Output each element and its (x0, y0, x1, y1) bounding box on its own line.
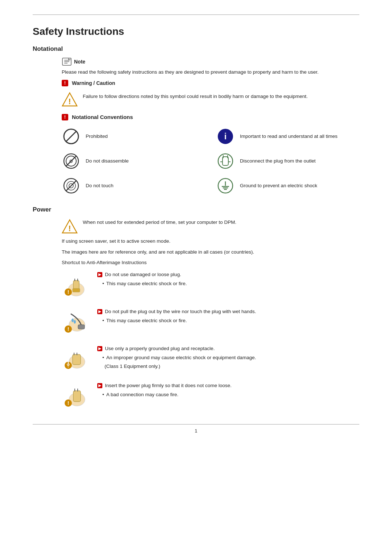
power-reference-text: The images here are for reference only, … (62, 248, 359, 256)
note-icon (62, 58, 72, 66)
svg-text:!: ! (68, 224, 71, 233)
power-item-1-header-text: Do not use damaged or loose plug. (105, 271, 181, 278)
power-item-3-bullet-text-1: An improper ground may cause electric sh… (106, 354, 256, 361)
power-item-3-content: ▶ Use only a properly grounded plug and … (97, 344, 359, 370)
convention-no-disassemble-label: Do not disassemble (86, 157, 129, 165)
ground-icon (216, 176, 235, 195)
power-item-4-image: ! (62, 381, 91, 410)
convention-ground: Ground to prevent an electric shock (216, 176, 359, 195)
power-dpm-text: When not used for extended period of tim… (83, 218, 236, 226)
warning-triangle-icon: ! (62, 91, 78, 107)
power-item-4-warning-icon: ▶ (97, 383, 102, 388)
svg-text:i: i (224, 131, 227, 141)
svg-text:!: ! (68, 97, 71, 106)
bullet-dot-3a: • (102, 354, 104, 361)
power-item-3-image (62, 344, 91, 373)
power-item-2-content: ▶ Do not pull the plug out by the wire n… (97, 307, 359, 325)
svg-rect-45 (73, 354, 81, 365)
svg-rect-39 (78, 325, 85, 329)
disconnect-plug-icon (216, 152, 235, 171)
power-item-2-header: ▶ Do not pull the plug out by the wire n… (97, 308, 359, 315)
notational-conv-icon: ! (62, 114, 68, 120)
top-rule (33, 15, 359, 15)
convention-disconnect-plug: Disconnect the plug from the outlet (216, 152, 359, 171)
note-label: Note (74, 59, 85, 65)
note-row: Note (62, 58, 359, 66)
power-section: Power ! When not used for extended perio… (33, 206, 359, 410)
page-title: Safety Instructions (33, 26, 359, 37)
warning-block: ! Failure to follow directions noted by … (62, 91, 359, 107)
svg-line-23 (66, 181, 76, 191)
prohibited-icon (62, 127, 81, 146)
power-item-3-bullet-1: • An improper ground may cause electric … (97, 354, 359, 361)
convention-disconnect-label: Disconnect the plug from the outlet (240, 157, 316, 165)
convention-important-label: Important to read and understand at all … (240, 133, 338, 140)
bullet-dot-4: • (102, 391, 104, 398)
convention-no-touch-label: Do not touch (86, 182, 114, 189)
warning-caution-text: Failure to follow directions noted by th… (83, 91, 308, 100)
important-read-icon: i (216, 127, 235, 146)
power-item-4: ! ▶ Insert the power plug firmly so that… (62, 381, 359, 410)
power-item-2-image: ! (62, 307, 91, 336)
conventions-grid: Prohibited i Important to read and under… (62, 127, 359, 195)
power-item-4-header: ▶ Insert the power plug firmly so that i… (97, 382, 359, 389)
power-item-3-header: ▶ Use only a properly grounded plug and … (97, 345, 359, 352)
bullet-dot-1: • (102, 280, 104, 287)
power-item-1-image: ! (62, 270, 91, 299)
power-heading: Power (33, 206, 359, 213)
convention-no-touch: Do not touch (62, 176, 205, 195)
svg-line-7 (66, 131, 76, 141)
convention-no-disassemble: ⚙ Do not disassemble (62, 152, 205, 171)
svg-point-14 (218, 154, 233, 168)
power-screensaver-text: If using screen saver, set it to active … (62, 237, 359, 245)
note-subsection: Note Please read the following safety in… (62, 58, 359, 195)
power-item-2-bullet: • This may cause electric shock or fire. (97, 317, 359, 324)
power-warning-block: ! When not used for extended period of t… (62, 218, 359, 234)
warning-caution-label: Warning / Caution (72, 80, 115, 86)
power-item-2-header-text: Do not pull the plug out by the wire nor… (105, 308, 256, 315)
bullet-dot-2: • (102, 317, 104, 324)
no-touch-icon (62, 176, 81, 195)
power-item-1: ! ▶ Do not use damaged or loose plug. • … (62, 270, 359, 299)
power-item-4-content: ▶ Insert the power plug firmly so that i… (97, 381, 359, 399)
power-item-3-warning-icon: ▶ (97, 346, 102, 351)
notational-conventions-heading: ! Notational Conventions (62, 114, 359, 120)
warning-caution-row: ! Warning / Caution (62, 80, 359, 86)
power-item-1-warning-icon: ▶ (97, 272, 102, 277)
power-warning-triangle-icon: ! (62, 218, 78, 234)
power-item-3-class: (Class 1 Equipment only.) (105, 363, 359, 370)
power-item-4-bullet-text: A bad connection may cause fire. (106, 391, 179, 398)
svg-point-41 (74, 320, 76, 324)
bottom-rule (33, 424, 359, 424)
svg-rect-54 (73, 391, 81, 402)
power-shortcut-text: Shortcut to Anti-Afterimage Instructions (62, 259, 359, 267)
power-item-1-bullet: • This may cause electric shock or fire. (97, 280, 359, 287)
note-description: Please read the following safety instruc… (62, 69, 359, 76)
notational-section: Notational Note Please read the followin (33, 45, 359, 195)
convention-prohibited: Prohibited (62, 127, 205, 146)
power-item-4-bullet: • A bad connection may cause fire. (97, 391, 359, 398)
notational-heading: Notational (33, 45, 359, 53)
power-item-3-header-text: Use only a properly grounded plug and re… (105, 345, 215, 352)
no-disassemble-icon: ⚙ (62, 152, 81, 171)
convention-prohibited-label: Prohibited (86, 133, 108, 140)
svg-text:!: ! (68, 289, 69, 295)
notational-conventions-label: Notational Conventions (72, 114, 133, 120)
warning-caution-icon: ! (62, 80, 68, 86)
convention-ground-label: Ground to prevent an electric shock (240, 182, 317, 189)
power-item-2-bullet-text: This may cause electric shock or fire. (106, 317, 187, 324)
svg-point-40 (72, 319, 74, 322)
power-item-2-warning-icon: ▶ (97, 309, 102, 314)
convention-important: i Important to read and understand at al… (216, 127, 359, 146)
page-number: 1 (33, 428, 359, 434)
power-item-1-bullet-text: This may cause electric shock or fire. (106, 280, 187, 287)
power-item-4-header-text: Insert the power plug firmly so that it … (105, 382, 232, 389)
power-item-3: ▶ Use only a properly grounded plug and … (62, 344, 359, 373)
svg-text:!: ! (68, 326, 69, 332)
power-item-2: ! ▶ Do not pull the plug out by the wire… (62, 307, 359, 336)
power-item-1-content: ▶ Do not use damaged or loose plug. • Th… (97, 270, 359, 288)
svg-text:!: ! (68, 400, 69, 406)
svg-rect-35 (73, 288, 80, 292)
power-item-1-header: ▶ Do not use damaged or loose plug. (97, 271, 359, 278)
